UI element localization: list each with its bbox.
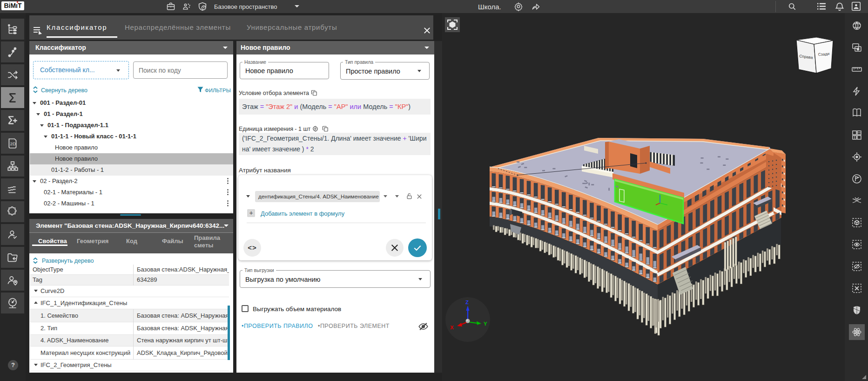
svg-text:2D: 2D bbox=[10, 141, 16, 146]
svg-text:Y: Y bbox=[484, 321, 487, 327]
svg-text:Z: Z bbox=[465, 299, 469, 305]
svg-text:X: X bbox=[450, 325, 454, 330]
